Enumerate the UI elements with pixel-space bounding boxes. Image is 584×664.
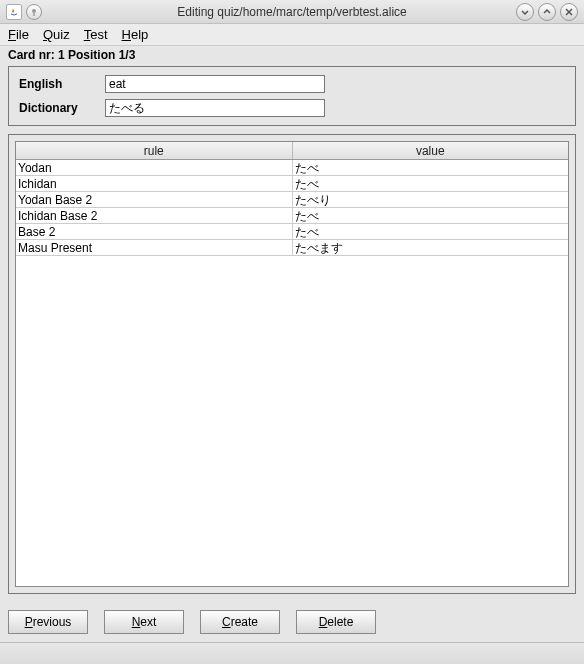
cell-value: たべ bbox=[293, 208, 569, 223]
close-button[interactable] bbox=[560, 3, 578, 21]
cell-value: たべ bbox=[293, 160, 569, 175]
window-controls bbox=[516, 3, 578, 21]
cell-value: たべ bbox=[293, 224, 569, 239]
rules-table: rule value YodanたべIchidanたべYodan Base 2た… bbox=[15, 141, 569, 587]
table-row[interactable]: Ichidanたべ bbox=[16, 176, 568, 192]
window-title: Editing quiz/home/marc/temp/verbtest.ali… bbox=[0, 5, 584, 19]
table-row[interactable]: Masu Presentたべます bbox=[16, 240, 568, 256]
col-value-header[interactable]: value bbox=[293, 142, 569, 159]
dictionary-input[interactable] bbox=[105, 99, 325, 117]
menu-test[interactable]: Test bbox=[84, 27, 108, 42]
table-header: rule value bbox=[16, 142, 568, 160]
table-row[interactable]: Ichidan Base 2たべ bbox=[16, 208, 568, 224]
footer-bar bbox=[0, 642, 584, 664]
svg-point-0 bbox=[32, 9, 36, 13]
card-position-label: Card nr: 1 Position 1/3 bbox=[0, 46, 584, 66]
menubar: File Quiz Test Help bbox=[0, 24, 584, 46]
english-label: English bbox=[19, 77, 97, 91]
cell-rule: Ichidan Base 2 bbox=[16, 208, 293, 223]
fields-panel: English Dictionary bbox=[8, 66, 576, 126]
english-input[interactable] bbox=[105, 75, 325, 93]
button-row: Previous Next Create Delete bbox=[0, 602, 584, 642]
table-row[interactable]: Yodan Base 2たべり bbox=[16, 192, 568, 208]
java-app-icon bbox=[6, 4, 22, 20]
titlebar-left-icons bbox=[6, 4, 42, 20]
content-area: English Dictionary rule value YodanたべIch… bbox=[0, 66, 584, 602]
menu-file[interactable]: File bbox=[8, 27, 29, 42]
menu-quiz[interactable]: Quiz bbox=[43, 27, 70, 42]
cell-value: たべます bbox=[293, 240, 569, 255]
menu-help[interactable]: Help bbox=[122, 27, 149, 42]
col-rule-header[interactable]: rule bbox=[16, 142, 293, 159]
cell-rule: Ichidan bbox=[16, 176, 293, 191]
delete-button[interactable]: Delete bbox=[296, 610, 376, 634]
previous-button[interactable]: Previous bbox=[8, 610, 88, 634]
cell-rule: Base 2 bbox=[16, 224, 293, 239]
pin-icon[interactable] bbox=[26, 4, 42, 20]
cell-value: たべり bbox=[293, 192, 569, 207]
cell-rule: Masu Present bbox=[16, 240, 293, 255]
app-window: Editing quiz/home/marc/temp/verbtest.ali… bbox=[0, 0, 584, 664]
maximize-button[interactable] bbox=[538, 3, 556, 21]
table-panel: rule value YodanたべIchidanたべYodan Base 2た… bbox=[8, 134, 576, 594]
cell-rule: Yodan Base 2 bbox=[16, 192, 293, 207]
table-body: YodanたべIchidanたべYodan Base 2たべりIchidan B… bbox=[16, 160, 568, 586]
table-row[interactable]: Yodanたべ bbox=[16, 160, 568, 176]
table-row[interactable]: Base 2たべ bbox=[16, 224, 568, 240]
titlebar: Editing quiz/home/marc/temp/verbtest.ali… bbox=[0, 0, 584, 24]
dictionary-label: Dictionary bbox=[19, 101, 97, 115]
next-button[interactable]: Next bbox=[104, 610, 184, 634]
cell-value: たべ bbox=[293, 176, 569, 191]
dictionary-row: Dictionary bbox=[19, 99, 565, 117]
cell-rule: Yodan bbox=[16, 160, 293, 175]
english-row: English bbox=[19, 75, 565, 93]
create-button[interactable]: Create bbox=[200, 610, 280, 634]
minimize-button[interactable] bbox=[516, 3, 534, 21]
